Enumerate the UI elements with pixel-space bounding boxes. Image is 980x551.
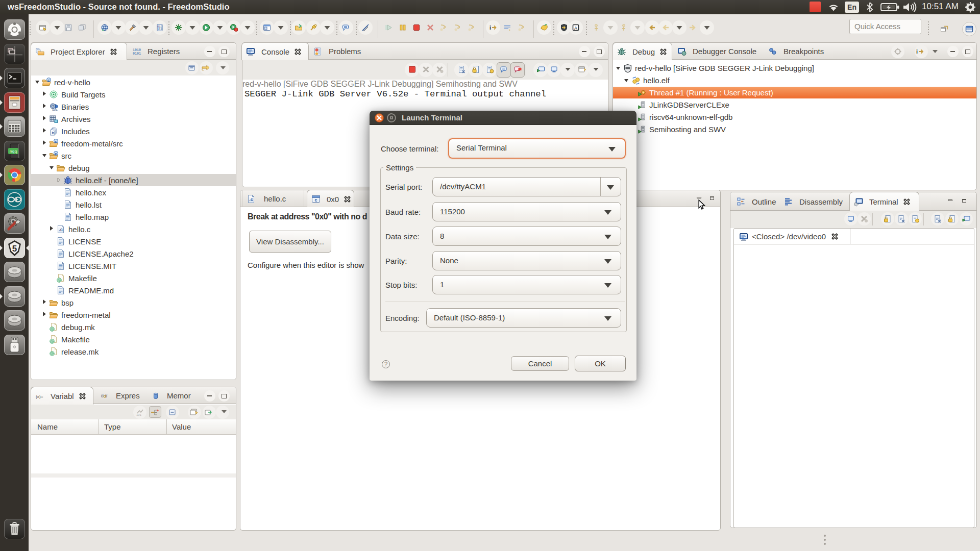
svg-text:c: c [314, 197, 317, 203]
svg-text:nqq: nqq [10, 149, 17, 154]
svg-text:i: i [916, 48, 918, 55]
svg-text:101: 101 [136, 413, 142, 416]
svg-text:110: 110 [157, 28, 162, 31]
svg-text:A: A [574, 26, 577, 31]
svg-text:5: 5 [12, 244, 17, 254]
svg-text:i: i [489, 24, 491, 31]
